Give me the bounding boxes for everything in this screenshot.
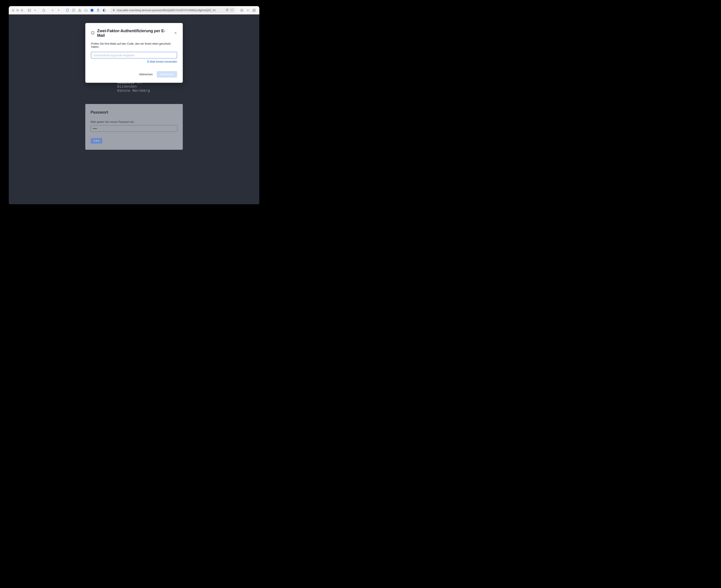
cloud-icon[interactable] (84, 8, 88, 13)
lock-shield-icon[interactable] (96, 8, 100, 13)
info-icon (91, 31, 95, 36)
share-icon[interactable] (78, 8, 82, 13)
zoom-window[interactable] (21, 9, 23, 12)
reload-icon[interactable] (230, 8, 233, 12)
loading-dot (98, 140, 99, 142)
svg-rect-4 (91, 9, 93, 12)
url-text: chat.adbk-nuernberg.de/reset-password/Bx… (117, 9, 224, 12)
loading-dot (96, 140, 97, 142)
logo-line3: Künste Nürnberg (117, 89, 183, 93)
verify-button[interactable]: Überprüfen (157, 71, 177, 78)
modal-body: Prüfen Sie Ihre Mails auf den Code, den … (91, 42, 177, 48)
back-icon[interactable] (50, 8, 55, 13)
titlebar: chat.adbk-nuernberg.de/reset-password/Bx… (9, 6, 259, 15)
lock-icon (112, 9, 115, 12)
downloads-icon[interactable] (240, 8, 244, 13)
submit-loading-button[interactable] (91, 138, 103, 144)
cancel-button[interactable]: Abbrechen (139, 73, 153, 76)
password-card: Passwort Bitte geben Sie neues Passwort … (85, 104, 183, 150)
translate-icon[interactable] (226, 8, 229, 12)
password-label: Bitte geben Sie neues Passwort ein: (91, 120, 178, 124)
svg-rect-13 (253, 9, 255, 11)
grid-app-icon[interactable] (90, 8, 94, 13)
resend-link[interactable]: E-Mail erneut versenden (91, 60, 177, 63)
browser-window: chat.adbk-nuernberg.de/reset-password/Bx… (9, 6, 259, 204)
sidebar-icon[interactable] (27, 8, 32, 13)
chevron-down-icon[interactable] (33, 8, 37, 13)
address-bar[interactable]: chat.adbk-nuernberg.de/reset-password/Bx… (110, 7, 236, 13)
minimize-window[interactable] (16, 9, 19, 12)
history-icon[interactable] (71, 8, 76, 13)
auth-code-input[interactable] (91, 52, 177, 59)
home-icon[interactable] (42, 8, 46, 13)
traffic-lights (12, 9, 23, 12)
svg-rect-0 (28, 9, 30, 11)
loading-dot (94, 140, 95, 142)
contrast-icon[interactable] (102, 8, 106, 13)
tabs-icon[interactable] (252, 8, 256, 13)
new-tab-icon[interactable] (246, 8, 250, 13)
logo-line2: Bildenden (117, 85, 183, 89)
close-icon[interactable] (174, 31, 177, 35)
modal-title: Zwei-Faktor-Authentifizierung per E-Mail (97, 29, 171, 38)
svg-rect-14 (253, 9, 255, 12)
password-title: Passwort (91, 110, 178, 115)
two-factor-modal: Zwei-Faktor-Authentifizierung per E-Mail… (85, 23, 183, 83)
svg-rect-5 (97, 10, 99, 12)
page-content: Akademie der Bildenden Künste Nürnberg P… (9, 15, 259, 204)
svg-rect-7 (113, 9, 115, 11)
close-window[interactable] (12, 9, 15, 12)
new-password-input[interactable] (91, 125, 178, 132)
shield-icon[interactable] (65, 8, 70, 13)
forward-icon[interactable] (57, 8, 61, 13)
